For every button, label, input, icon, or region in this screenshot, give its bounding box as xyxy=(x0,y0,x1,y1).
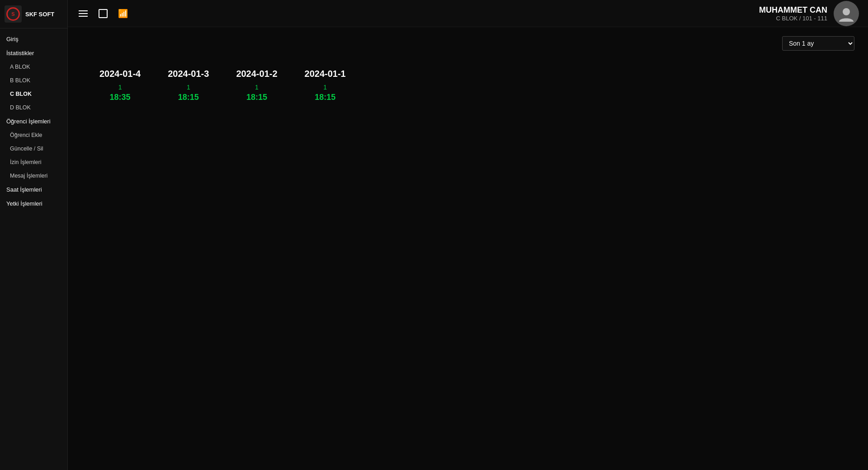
app-name: SKF SOFT xyxy=(25,11,54,18)
sidebar-logo: S SKF SOFT xyxy=(0,0,67,28)
sidebar-item-a-blok[interactable]: A BLOK xyxy=(0,60,67,74)
dates-row: 2024-01-4 1 18:35 2024-01-3 1 18:15 2024… xyxy=(81,69,854,102)
date-label-3: 2024-01-1 xyxy=(305,69,346,79)
sidebar-item-saat-islemleri[interactable]: Saat İşlemleri xyxy=(0,183,67,197)
user-info: MUHAMMET CAN C BLOK / 101 - 111 xyxy=(759,5,827,22)
date-label-0: 2024-01-4 xyxy=(99,69,141,79)
sidebar-item-guncelle-sil[interactable]: Güncelle / Sil xyxy=(0,142,67,155)
sidebar: S SKF SOFT Giriş İstatistikler A BLOK B … xyxy=(0,0,68,470)
sidebar-item-c-blok[interactable]: C BLOK xyxy=(0,87,67,101)
date-time-3: 18:15 xyxy=(315,93,335,102)
topbar: 📶 MUHAMMET CAN C BLOK / 101 - 111 xyxy=(68,0,868,27)
date-card-0: 2024-01-4 1 18:35 xyxy=(99,69,141,102)
date-card-1: 2024-01-3 1 18:15 xyxy=(168,69,209,102)
date-count-2: 1 xyxy=(255,84,259,91)
user-name: MUHAMMET CAN xyxy=(759,5,827,15)
period-select[interactable]: Son 1 ay Son 3 ay Son 6 ay Son 1 yıl xyxy=(782,36,854,51)
logo-inner: S xyxy=(6,7,20,21)
svg-point-0 xyxy=(843,8,850,15)
screen-icon xyxy=(99,9,108,18)
avatar xyxy=(834,1,859,26)
sidebar-item-istatistikler[interactable]: İstatistikler xyxy=(0,46,67,60)
filter-row: Son 1 ay Son 3 ay Son 6 ay Son 1 yıl xyxy=(81,36,854,51)
content-area: Son 1 ay Son 3 ay Son 6 ay Son 1 yıl 202… xyxy=(68,27,868,470)
date-count-1: 1 xyxy=(187,84,190,91)
date-time-0: 18:35 xyxy=(110,93,131,102)
sidebar-item-b-blok[interactable]: B BLOK xyxy=(0,74,67,87)
logo-icon: S xyxy=(5,5,22,23)
date-label-2: 2024-01-2 xyxy=(236,69,277,79)
screen-icon-button[interactable] xyxy=(97,7,109,20)
main-content: 📶 MUHAMMET CAN C BLOK / 101 - 111 Son 1 … xyxy=(68,0,868,470)
sidebar-item-izin-islemleri[interactable]: İzin İşlemleri xyxy=(0,155,67,169)
date-label-1: 2024-01-3 xyxy=(168,69,209,79)
date-card-3: 2024-01-1 1 18:15 xyxy=(305,69,346,102)
user-location: C BLOK / 101 - 111 xyxy=(759,15,827,22)
sidebar-item-ogrenci-ekle[interactable]: Öğrenci Ekle xyxy=(0,128,67,142)
sidebar-item-giris[interactable]: Giriş xyxy=(0,32,67,46)
date-time-1: 18:15 xyxy=(178,93,199,102)
date-card-2: 2024-01-2 1 18:15 xyxy=(236,69,277,102)
topbar-right: MUHAMMET CAN C BLOK / 101 - 111 xyxy=(759,1,859,26)
date-count-0: 1 xyxy=(118,84,122,91)
hamburger-icon xyxy=(79,10,88,17)
menu-icon-button[interactable] xyxy=(77,7,90,20)
wifi-icon-button[interactable]: 📶 xyxy=(117,7,129,20)
topbar-left: 📶 xyxy=(77,7,129,20)
sidebar-item-mesaj-islemleri[interactable]: Mesaj İşlemleri xyxy=(0,169,67,183)
date-time-2: 18:15 xyxy=(246,93,267,102)
sidebar-item-yetki-islemleri[interactable]: Yetki İşlemleri xyxy=(0,197,67,211)
wifi-icon: 📶 xyxy=(118,9,128,19)
sidebar-item-ogrenci-islemleri[interactable]: Öğrenci İşlemleri xyxy=(0,114,67,128)
date-count-3: 1 xyxy=(323,84,327,91)
sidebar-item-d-blok[interactable]: D BLOK xyxy=(0,101,67,114)
sidebar-nav: Giriş İstatistikler A BLOK B BLOK C BLOK… xyxy=(0,28,67,214)
